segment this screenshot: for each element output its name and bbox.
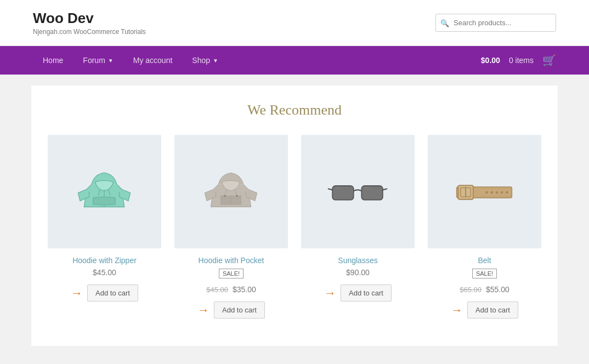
original-price-2: $45.00 (206, 286, 228, 294)
svg-point-20 (496, 191, 499, 194)
product-name-3[interactable]: Sunglasses (338, 256, 377, 265)
cart-amount: $0.00 (481, 56, 500, 65)
svg-point-22 (506, 191, 508, 194)
svg-point-19 (491, 191, 494, 194)
product-name-4[interactable]: Belt (478, 256, 491, 265)
search-wrap: 🔍 (435, 14, 556, 32)
add-to-cart-wrap-3: → Add to cart (324, 285, 392, 302)
product-price-3: $90.00 (346, 268, 370, 277)
product-image-4 (445, 152, 524, 231)
site-title: Woo Dev (33, 10, 146, 27)
arrow-icon-4: → (451, 304, 463, 316)
main-content: We Recommend (31, 86, 558, 346)
add-to-cart-button-2[interactable]: Add to cart (214, 302, 265, 318)
site-nav: Home Forum ▼ My account Shop ▼ $0.00 0 i… (0, 46, 589, 75)
nav-label-forum: Forum (83, 56, 105, 65)
add-to-cart-button-1[interactable]: Add to cart (87, 285, 138, 302)
add-to-cart-wrap-4: → Add to cart (451, 302, 518, 318)
nav-item-myaccount[interactable]: My account (123, 46, 183, 75)
product-price-4: $65.00 $55.00 (460, 285, 509, 294)
product-card-1: Hoodie with Zipper $45.00 → Add to cart (48, 135, 161, 318)
svg-line-10 (329, 189, 332, 190)
product-name-1[interactable]: Hoodie with Zipper (72, 256, 137, 265)
sale-price-2: $35.00 (233, 285, 256, 294)
product-card-3: Sunglasses $90.00 → Add to cart (301, 135, 415, 318)
nav-label-home: Home (43, 56, 63, 65)
product-card-2: Hoodie with Pocket SALE! $45.00 $35.00 →… (174, 135, 288, 318)
search-icon: 🔍 (440, 19, 449, 27)
product-name-2[interactable]: Hoodie with Pocket (199, 256, 264, 265)
product-price-1: $45.00 (93, 268, 116, 277)
product-card-4: Belt SALE! $65.00 $55.00 → Add to cart (428, 135, 541, 318)
original-price-4: $65.00 (460, 286, 482, 294)
add-to-cart-button-4[interactable]: Add to cart (467, 302, 518, 318)
nav-label-shop: Shop (192, 56, 210, 65)
nav-label-myaccount: My account (133, 56, 173, 65)
svg-line-11 (383, 189, 387, 190)
site-branding: Woo Dev Njengah.com WooCommerce Tutorial… (33, 10, 146, 36)
svg-point-6 (224, 195, 226, 197)
sale-badge-4: SALE! (472, 269, 497, 278)
add-to-cart-wrap-2: → Add to cart (197, 302, 265, 318)
product-image-wrap-4 (428, 135, 541, 248)
search-input[interactable] (435, 14, 556, 32)
chevron-down-icon-shop: ▼ (213, 58, 218, 64)
site-header: Woo Dev Njengah.com WooCommerce Tutorial… (0, 0, 589, 46)
nav-left: Home Forum ▼ My account Shop ▼ (33, 46, 228, 75)
arrow-icon-1: → (71, 287, 83, 299)
arrow-icon-3: → (324, 287, 336, 299)
nav-item-forum[interactable]: Forum ▼ (73, 46, 123, 75)
nav-right: $0.00 0 items 🛒 (481, 54, 556, 67)
products-grid: Hoodie with Zipper $45.00 → Add to cart (48, 135, 541, 318)
product-image-wrap-1 (48, 135, 161, 248)
product-price-2: $45.00 $35.00 (206, 285, 256, 294)
product-image-1 (65, 152, 144, 231)
product-image-wrap-3 (301, 135, 415, 248)
nav-item-home[interactable]: Home (33, 46, 73, 75)
svg-point-7 (236, 195, 239, 197)
product-image-wrap-2 (174, 135, 288, 248)
svg-point-21 (501, 191, 503, 194)
product-image-2 (191, 152, 271, 231)
svg-point-18 (486, 191, 489, 194)
chevron-down-icon: ▼ (108, 58, 114, 64)
cart-count: 0 items (509, 56, 534, 65)
add-to-cart-wrap-1: → Add to cart (71, 285, 138, 302)
section-title: We Recommend (48, 102, 541, 118)
site-subtitle: Njengah.com WooCommerce Tutorials (33, 28, 146, 36)
nav-item-shop[interactable]: Shop ▼ (182, 46, 228, 75)
add-to-cart-button-3[interactable]: Add to cart (341, 285, 392, 302)
sale-price-4: $55.00 (486, 285, 509, 294)
arrow-icon-2: → (197, 304, 209, 316)
cart-icon[interactable]: 🛒 (542, 54, 556, 67)
product-image-3 (318, 152, 398, 231)
sale-badge-2: SALE! (219, 269, 243, 278)
cart-price: $0.00 (481, 56, 500, 65)
